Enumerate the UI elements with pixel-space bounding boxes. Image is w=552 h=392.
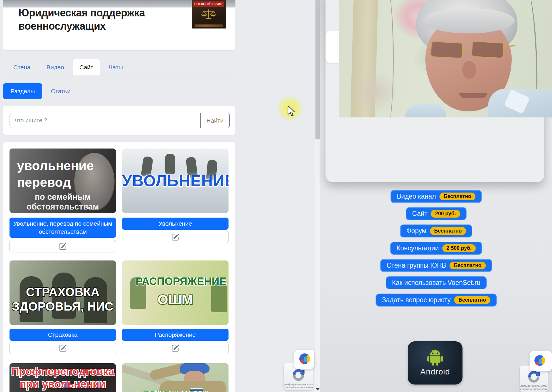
price-badge: 200 руб. <box>431 210 460 218</box>
menu-label: Видео канал <box>397 193 436 200</box>
wallpaper-rose <box>348 71 401 114</box>
tab-site[interactable]: Сайт <box>73 59 100 75</box>
menu-site-button[interactable]: Сайт 200 руб. <box>406 207 467 220</box>
avatar-banner-label: ВОЕННЫЙ ЮРИСТ <box>193 1 224 7</box>
tile-text: по семейным <box>9 192 116 202</box>
tile-text: РАСПОРЯЖЕНИЕ <box>134 275 229 288</box>
price-badge: Бесплатно <box>450 262 486 269</box>
tile-text: перевод <box>17 175 71 190</box>
android-label: Android <box>420 367 450 376</box>
search-input[interactable] <box>9 113 201 128</box>
section-button-dismissal-transfer[interactable]: Увольнение, перевод по семейным обстояте… <box>9 218 116 238</box>
soldier-silhouette <box>20 276 43 322</box>
tile-text: при увольнении <box>9 378 116 390</box>
scrollbar-down-arrow[interactable] <box>315 387 320 392</box>
sections-filter-button[interactable]: Разделы <box>3 83 42 99</box>
section-image-dismissal[interactable]: УВОЛЬНЕНИЕ <box>122 149 229 213</box>
tab-video[interactable]: Видео <box>42 59 69 75</box>
extension-pie-icon <box>299 353 310 364</box>
section-button-dismissal[interactable]: Увольнение <box>122 218 229 230</box>
tile-text: ПРИЕМ СДАЧ <box>122 389 229 392</box>
speaker-hair-fringe <box>423 8 515 33</box>
profile-tabs: Стена Видео Сайт Чаты <box>3 59 235 75</box>
menu-how-to-use-button[interactable]: Как использовать VoenSet.ru <box>386 276 487 289</box>
section-image-handover[interactable]: ПРИЕМ СДАЧ <box>122 363 229 392</box>
recaptcha-icon <box>527 369 541 384</box>
section-image-insurance[interactable]: СТРАХОВКА ЗДОРОВЬЯ, НИС <box>9 260 116 325</box>
menu-label: Сайт <box>412 210 427 218</box>
tab-chats[interactable]: Чаты <box>102 59 129 75</box>
tile-text: увольнение <box>17 158 94 173</box>
tile-text: Профпереподговка <box>9 366 116 378</box>
menu-label: Форум <box>406 227 427 235</box>
section-image-disposal[interactable]: РАСПОРЯЖЕНИЕ ОШМ <box>122 260 229 325</box>
service-menu: Видео канал Бесплатно Сайт 200 руб. Фору… <box>320 190 552 307</box>
pencil-square-icon <box>172 233 179 241</box>
edit-section-button[interactable] <box>9 342 116 354</box>
search-card: Найти <box>3 106 235 135</box>
edit-section-button[interactable] <box>122 231 229 243</box>
recaptcha-terms-text[interactable]: Условия использования <box>284 386 313 389</box>
pencil-square-icon <box>59 345 66 352</box>
tab-wall[interactable]: Стена <box>8 59 35 75</box>
price-badge: Бесплатно <box>454 296 490 304</box>
speaker-mouth <box>459 93 487 98</box>
speaker-nose <box>462 61 476 79</box>
menu-group-wall-button[interactable]: Стена группы ЮПВ Бесплатно <box>380 259 492 272</box>
tile-text: УВОЛЬНЕНИЕ <box>122 172 229 190</box>
page-title-line2: военнослужащих <box>18 20 145 33</box>
recaptcha-privacy-text[interactable]: Конфиденциальность · <box>284 383 313 386</box>
tile-text: ЗДОРОВЬЯ, НИС <box>9 300 116 313</box>
recaptcha-terms-text[interactable]: Условия использования <box>520 387 548 391</box>
menu-ask-lawyer-button[interactable]: Задать вопрос юристу Бесплатно <box>376 294 496 307</box>
recaptcha-privacy-text[interactable]: Конфиденциальность · <box>520 384 548 387</box>
profile-header-card: ВОЕННЫЙ ЮРИСТ <box>3 0 235 50</box>
menu-consultations-button[interactable]: Консультации 2 500 руб. <box>390 242 482 255</box>
page-title: Юридическая поддержка военнослужащих <box>18 6 145 33</box>
menu-video-channel-button[interactable]: Видео канал Бесплатно <box>391 190 482 203</box>
scales-of-justice-icon <box>201 9 216 22</box>
menu-label: Консультации <box>397 244 439 252</box>
mouse-cursor <box>287 105 297 118</box>
speaker-shoulder <box>405 104 446 117</box>
edit-section-button[interactable] <box>9 240 116 252</box>
menu-label: Как использовать VoenSet.ru <box>392 279 480 287</box>
scrollbar-thumb[interactable] <box>315 0 320 139</box>
section-button-disposal[interactable]: Распоряжение <box>122 329 229 341</box>
speaker-glasses <box>430 39 514 64</box>
section-image-dismissal-transfer[interactable]: увольнение перевод по семейным обстоятел… <box>9 149 116 213</box>
search-submit-button[interactable]: Найти <box>200 113 230 128</box>
tile-text: обстоятельствам <box>9 202 116 212</box>
menu-label: Стена группы ЮПВ <box>387 262 446 269</box>
section-image-retraining[interactable]: Профпереподговка при увольнении СВО <box>9 363 116 392</box>
avatar-books-decoration <box>195 24 223 27</box>
community-page: ВОЕННЫЙ ЮРИСТ <box>0 0 315 392</box>
extension-pie-icon <box>534 355 545 366</box>
price-badge: 2 500 руб. <box>442 244 476 252</box>
vertical-scrollbar[interactable] <box>315 0 320 392</box>
articles-filter-link[interactable]: Статьи <box>51 83 71 99</box>
soldier-silhouette <box>165 154 175 174</box>
price-badge: Бесплатно <box>439 193 476 200</box>
video-panel: Видео канал Бесплатно Сайт 200 руб. Фору… <box>320 0 552 392</box>
android-app-button[interactable]: Android <box>408 341 462 385</box>
android-robot-icon <box>426 349 445 366</box>
pencil-square-icon <box>172 345 179 352</box>
video-player[interactable] <box>339 0 552 117</box>
recaptcha-icon <box>291 368 306 382</box>
tile-text: ОШМ <box>122 292 229 307</box>
tile-text: СВО <box>39 391 116 392</box>
section-button-insurance[interactable]: Страховка <box>9 329 116 341</box>
sections-grid-card: увольнение перевод по семейным обстоятел… <box>3 142 235 392</box>
section-divider <box>326 324 547 324</box>
menu-forum-button[interactable]: Форум Бесплатно <box>400 224 473 237</box>
page-title-line1: Юридическая поддержка <box>18 6 145 20</box>
edit-section-button[interactable] <box>122 342 229 354</box>
menu-label: Задать вопрос юристу <box>382 296 451 304</box>
community-avatar[interactable]: ВОЕННЫЙ ЮРИСТ <box>192 0 226 28</box>
tile-text: СТРАХОВКА <box>9 285 116 299</box>
price-badge: Бесплатно <box>430 227 466 235</box>
pencil-square-icon <box>59 243 66 250</box>
